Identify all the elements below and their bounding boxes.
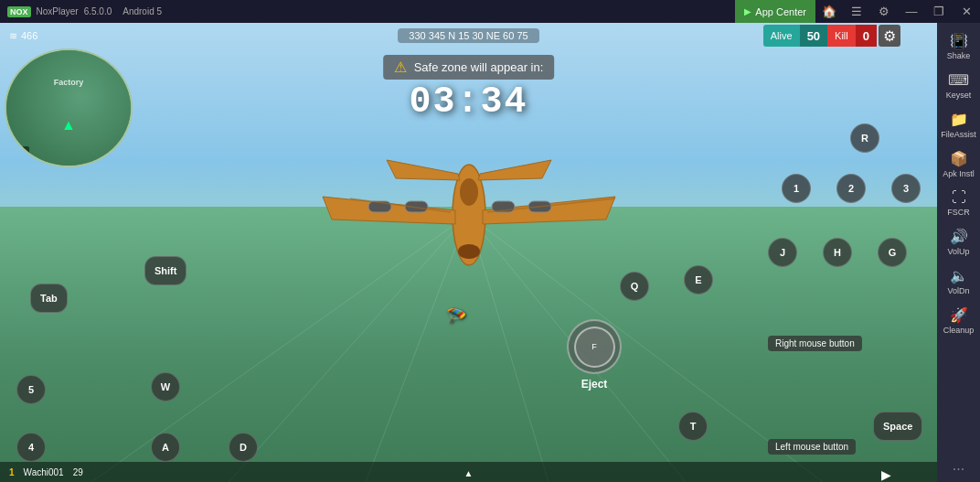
game-area[interactable]: Factory ▲ M ≋ 466 330 345 N 15 30 NE 60 … [0, 23, 937, 482]
volup-icon: 🔊 [950, 228, 968, 245]
key-g[interactable]: G [878, 238, 907, 267]
minimize-button[interactable]: — [898, 0, 925, 23]
shake-label: Shake [947, 51, 971, 60]
key-5[interactable]: 5 [16, 375, 46, 404]
safezone-text: Safe zone will appear in: [414, 60, 544, 74]
minimap: Factory ▲ M [5, 48, 133, 167]
key-3[interactable]: 3 [891, 174, 921, 203]
fileassist-label: FileAssist [941, 130, 976, 139]
player-score: 29 [73, 467, 83, 477]
key-4[interactable]: 4 [16, 433, 46, 462]
titlebar: NOX NoxPlayer 6.5.0.0 Android 5 ▶ App Ce… [0, 0, 980, 23]
apkinstall-label: Apk Instl [943, 169, 975, 178]
toolbar-more[interactable]: ··· [953, 461, 964, 477]
toolbar-shake[interactable]: 📳 Shake [939, 27, 979, 65]
wifi-indicator: ≋ 466 [9, 30, 37, 42]
key-space[interactable]: Space [873, 412, 922, 441]
eject-label: Eject [581, 378, 608, 391]
airplane-svg [304, 105, 634, 288]
right-toolbar: 📳 Shake ⌨ Keyset 📁 FileAssist 📦 Apk Inst… [937, 23, 980, 482]
toolbar-fileassist[interactable]: 📁 FileAssist [939, 106, 979, 144]
key-tab[interactable]: Tab [30, 284, 68, 313]
bottom-right-arrow[interactable]: ▶ [881, 467, 891, 482]
nox-logo-box: NOX [7, 6, 31, 17]
key-t[interactable]: T [678, 412, 708, 441]
minimap-inner: Factory ▲ M [6, 50, 131, 166]
alive-badge: Alive [763, 25, 800, 47]
minimap-player-marker: ▲ [61, 117, 76, 134]
player-name: Wachi001 [24, 467, 64, 477]
cleanup-icon: 🚀 [950, 306, 968, 324]
key-shift[interactable]: Shift [144, 256, 186, 285]
version-number: 6.5.0.0 [84, 6, 112, 16]
restore-button[interactable]: ❐ [925, 0, 953, 23]
hud-settings-button[interactable]: ⚙ [879, 25, 900, 47]
toolbar-apkinstall[interactable]: 📦 Apk Instl [939, 145, 979, 183]
key-q[interactable]: Q [620, 272, 649, 301]
toolbar-keyset[interactable]: ⌨ Keyset [939, 67, 979, 104]
play-icon: ▶ [744, 6, 751, 16]
toolbar-volup[interactable]: 🔊 VolUp [939, 223, 979, 261]
app-version: NoxPlayer [37, 6, 79, 16]
toolbar-voldn[interactable]: 🔈 VolDn [939, 262, 979, 300]
eject-inner: F [574, 327, 615, 368]
warning-icon: ⚠ [394, 59, 407, 76]
key-j[interactable]: J [768, 238, 797, 267]
keyset-label: Keyset [946, 91, 972, 100]
svg-point-7 [458, 244, 480, 259]
volup-label: VolUp [947, 247, 969, 256]
apkinstall-icon: 📦 [950, 150, 968, 167]
airplane [304, 105, 634, 288]
eject-button[interactable]: F [567, 319, 622, 374]
close-button[interactable]: ✕ [953, 0, 980, 23]
key-h[interactable]: H [823, 238, 852, 267]
kill-label: Kill [835, 30, 848, 41]
home-button[interactable]: 🏠 [815, 0, 843, 23]
nox-logo: NOX NoxPlayer 6.5.0.0 [0, 6, 119, 17]
android-badge: Android 5 [122, 6, 162, 16]
wifi-icon: ≋ [9, 30, 17, 42]
minimap-m-badge: M [17, 146, 29, 156]
voldn-icon: 🔈 [950, 267, 968, 284]
key-w[interactable]: W [151, 372, 180, 402]
voldn-label: VolDn [947, 286, 969, 295]
key-a[interactable]: A [151, 433, 180, 462]
hud-top-bar: ≋ 466 330 345 N 15 30 NE 60 75 Alive 50 … [0, 23, 937, 48]
left-mouse-button-label[interactable]: Left mouse button [768, 439, 856, 455]
fscr-label: FSCR [947, 208, 970, 217]
key-2[interactable]: 2 [836, 174, 866, 203]
settings-button[interactable]: ⚙ [870, 0, 898, 23]
parachuter: 🪂 [446, 306, 466, 327]
fileassist-icon: 📁 [950, 111, 968, 128]
key-e[interactable]: E [684, 265, 713, 295]
wifi-strength: 466 [21, 30, 37, 41]
compass-bar: 330 345 N 15 30 NE 60 75 [398, 28, 538, 43]
toolbar-fscr[interactable]: ⛶ FSCR [939, 185, 979, 221]
svg-point-12 [460, 178, 478, 206]
toolbar-cleanup[interactable]: 🚀 Cleanup [939, 302, 979, 339]
alive-kill-hud: Alive 50 Kill 0 ⚙ [763, 23, 900, 48]
minimap-location: Factory [54, 78, 84, 87]
menu-button[interactable]: ☰ [843, 0, 870, 23]
key-r[interactable]: R [850, 123, 879, 153]
key-d[interactable]: D [229, 433, 258, 462]
keyset-icon: ⌨ [948, 71, 969, 89]
key-1[interactable]: 1 [782, 174, 811, 203]
eject-f-key: F [591, 342, 597, 351]
titlebar-controls: 🏠 ☰ ⚙ — ❐ ✕ [815, 0, 980, 23]
kill-badge: Kill [827, 25, 856, 47]
alive-label: Alive [771, 30, 793, 41]
compass-values: 330 345 N 15 30 NE 60 75 [409, 30, 527, 41]
safezone-label: ⚠ Safe zone will appear in: [383, 55, 555, 80]
cleanup-label: Cleanup [943, 326, 975, 335]
bottom-status-bar: 1 Wachi001 29 ▲ [0, 462, 937, 482]
alive-count: 50 [800, 25, 827, 47]
app-center-button[interactable]: ▶ App Center [735, 0, 815, 23]
eject-area: F Eject [567, 319, 622, 391]
right-mouse-button-label[interactable]: Right mouse button [768, 336, 862, 351]
fscr-icon: ⛶ [952, 189, 966, 206]
app-center-label: App Center [755, 6, 806, 17]
bottom-arrow: ▲ [464, 468, 474, 478]
kill-count: 0 [856, 25, 877, 47]
player-rank-badge: 1 [9, 467, 15, 477]
